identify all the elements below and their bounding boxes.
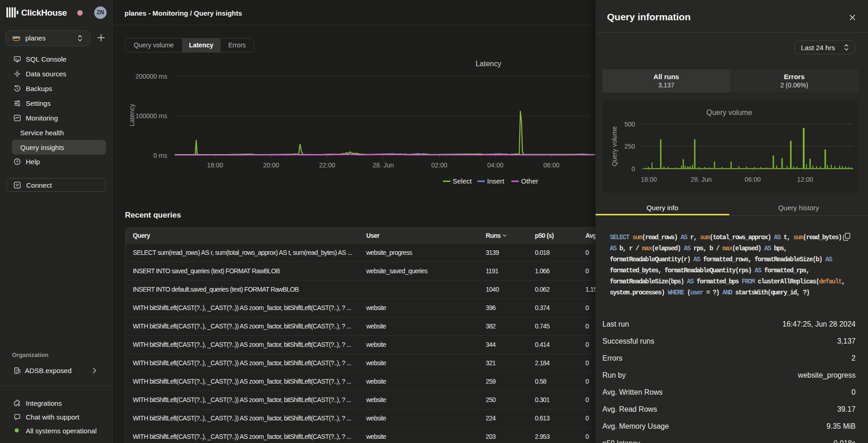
svg-text:0 ms: 0 ms [153, 152, 167, 159]
svg-text:02:00: 02:00 [431, 161, 447, 169]
svg-text:Query volume: Query volume [611, 126, 618, 166]
svg-text:100000 ms: 100000 ms [136, 112, 167, 120]
svg-text:Insert: Insert [487, 177, 505, 185]
svg-text:Other: Other [521, 177, 539, 185]
svg-text:250: 250 [624, 143, 635, 150]
svg-text:18:00: 18:00 [207, 161, 223, 169]
svg-text:500: 500 [624, 121, 635, 128]
svg-text:04:00: 04:00 [487, 161, 503, 169]
svg-text:06:00: 06:00 [744, 176, 760, 183]
svg-text:22:00: 22:00 [319, 161, 335, 169]
svg-text:20:00: 20:00 [263, 161, 279, 169]
svg-text:?: ? [16, 160, 18, 164]
svg-text:aws: aws [12, 35, 20, 40]
svg-text:28. Jun: 28. Jun [691, 176, 712, 183]
svg-text:28. Jun: 28. Jun [373, 161, 394, 169]
svg-text:Latency: Latency [128, 104, 136, 126]
svg-text:Latency: Latency [476, 60, 501, 68]
svg-text:12:00: 12:00 [797, 176, 813, 183]
svg-text:Select: Select [453, 177, 472, 185]
svg-text:0: 0 [631, 165, 635, 173]
svg-text:06:00: 06:00 [543, 161, 559, 169]
svg-text:18:00: 18:00 [641, 176, 657, 183]
svg-text:200000 ms: 200000 ms [136, 73, 167, 80]
svg-text:Query volume: Query volume [706, 109, 752, 116]
